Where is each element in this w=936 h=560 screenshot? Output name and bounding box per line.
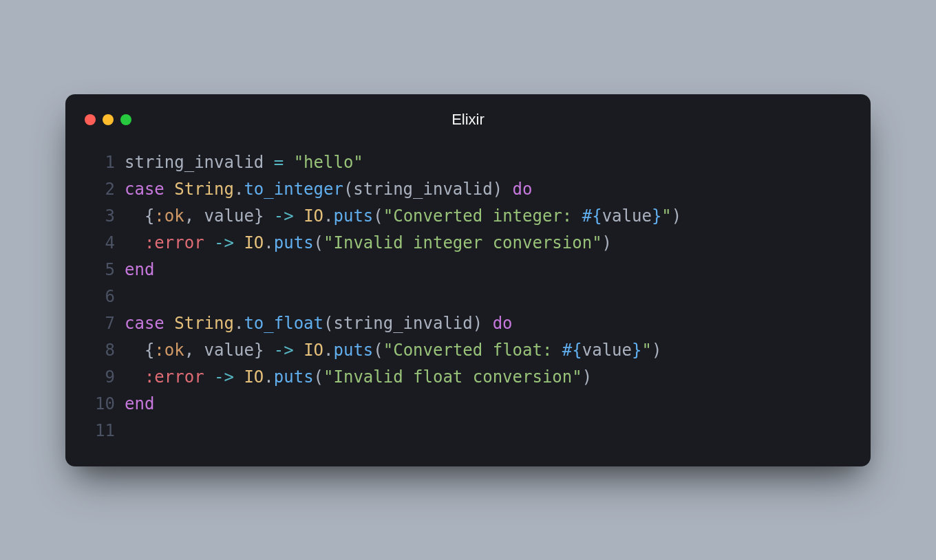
line-number: 11 [85, 418, 115, 444]
code-token: string_invalid [333, 314, 472, 333]
code-token: :error [145, 367, 204, 387]
code-token [264, 341, 273, 360]
code-token: #{ [562, 341, 582, 360]
code-token: IO [304, 341, 323, 360]
code-line[interactable]: 10end [85, 391, 851, 418]
code-token: -> [274, 206, 294, 226]
code-token: . [234, 180, 244, 199]
code-content[interactable]: end [125, 391, 154, 418]
code-token: value [194, 206, 254, 226]
code-token: } [254, 206, 264, 226]
code-line[interactable]: 8 {:ok, value} -> IO.puts("Converted flo… [85, 337, 851, 364]
code-token: " [661, 206, 671, 226]
code-line[interactable]: 4 :error -> IO.puts("Invalid integer con… [85, 230, 851, 257]
code-token: . [323, 341, 333, 360]
code-token: string_invalid [353, 180, 492, 199]
code-token [294, 341, 304, 360]
code-token: -> [214, 233, 234, 252]
code-token: ( [343, 180, 353, 199]
code-token [502, 180, 512, 199]
code-token: ( [373, 341, 383, 360]
code-token: ) [652, 341, 661, 360]
code-line[interactable]: 7case String.to_float(string_invalid) do [85, 310, 851, 337]
code-content[interactable]: case String.to_integer(string_invalid) d… [125, 176, 532, 203]
code-token: . [264, 367, 273, 387]
code-token: case [125, 314, 164, 333]
code-token: " [641, 341, 651, 360]
line-number: 10 [85, 391, 115, 418]
code-token: . [264, 233, 273, 252]
code-token: String [174, 180, 234, 199]
code-token: do [493, 314, 513, 333]
zoom-icon[interactable] [120, 114, 131, 125]
code-token: ) [672, 206, 681, 226]
code-content[interactable]: {:ok, value} -> IO.puts("Converted integ… [125, 203, 681, 230]
code-token [164, 314, 174, 333]
line-number: 1 [85, 149, 115, 176]
traffic-lights [85, 114, 131, 125]
code-token: , [184, 341, 194, 360]
code-token: puts [334, 341, 374, 360]
code-token [264, 206, 273, 226]
code-token [482, 314, 492, 333]
code-token: :error [145, 233, 204, 252]
code-token: value [194, 341, 254, 360]
line-number: 6 [85, 283, 115, 310]
code-token [204, 367, 214, 387]
code-token: :ok [154, 206, 184, 226]
line-number: 9 [85, 364, 115, 391]
code-token: "Converted integer: [383, 206, 582, 226]
code-token: puts [274, 233, 314, 252]
code-token: puts [334, 206, 374, 226]
code-content[interactable]: :error -> IO.puts("Invalid integer conve… [125, 230, 612, 257]
code-line[interactable]: 2case String.to_integer(string_invalid) … [85, 176, 851, 203]
code-token: } [652, 206, 661, 226]
code-token: ) [473, 314, 482, 333]
code-line[interactable]: 1string_invalid = "hello" [85, 149, 851, 176]
code-token: ( [323, 314, 333, 333]
code-token [125, 233, 145, 252]
code-content[interactable]: string_invalid = "hello" [125, 149, 363, 176]
code-token: case [125, 180, 164, 199]
code-token: :ok [154, 341, 184, 360]
code-editor[interactable]: 1string_invalid = "hello"2case String.to… [85, 149, 851, 444]
code-token: { [145, 341, 154, 360]
code-token [204, 233, 214, 252]
line-number: 7 [85, 310, 115, 337]
code-token: ) [582, 367, 592, 387]
code-content[interactable]: case String.to_float(string_invalid) do [125, 310, 513, 337]
code-line[interactable]: 11 [85, 418, 851, 444]
line-number: 4 [85, 230, 115, 257]
code-token [284, 153, 293, 172]
code-content[interactable]: :error -> IO.puts("Invalid float convers… [125, 364, 592, 391]
code-token: ( [314, 233, 323, 252]
code-content[interactable]: {:ok, value} -> IO.puts("Converted float… [125, 337, 661, 364]
code-token [125, 367, 145, 387]
code-token: . [323, 206, 333, 226]
code-token [125, 341, 145, 360]
code-token: "Converted float: [383, 341, 562, 360]
code-token: IO [304, 206, 323, 226]
minimize-icon[interactable] [103, 114, 114, 125]
code-token [294, 206, 304, 226]
code-line[interactable]: 5end [85, 257, 851, 283]
code-token: IO [244, 367, 264, 387]
line-number: 3 [85, 203, 115, 230]
code-token: value [582, 341, 632, 360]
code-content[interactable]: end [125, 257, 154, 283]
code-token: "Invalid float conversion" [323, 367, 582, 387]
code-line[interactable]: 6 [85, 283, 851, 310]
code-token: string_invalid [125, 153, 274, 172]
code-token: } [632, 341, 641, 360]
code-token: end [125, 394, 154, 413]
code-token: to_integer [244, 180, 343, 199]
code-line[interactable]: 9 :error -> IO.puts("Invalid float conve… [85, 364, 851, 391]
code-token: , [184, 206, 194, 226]
line-number: 2 [85, 176, 115, 203]
code-token: -> [214, 367, 234, 387]
code-line[interactable]: 3 {:ok, value} -> IO.puts("Converted int… [85, 203, 851, 230]
code-token: -> [274, 341, 294, 360]
code-window: Elixir 1string_invalid = "hello"2case St… [65, 94, 871, 466]
code-token: = [274, 153, 284, 172]
close-icon[interactable] [85, 114, 96, 125]
